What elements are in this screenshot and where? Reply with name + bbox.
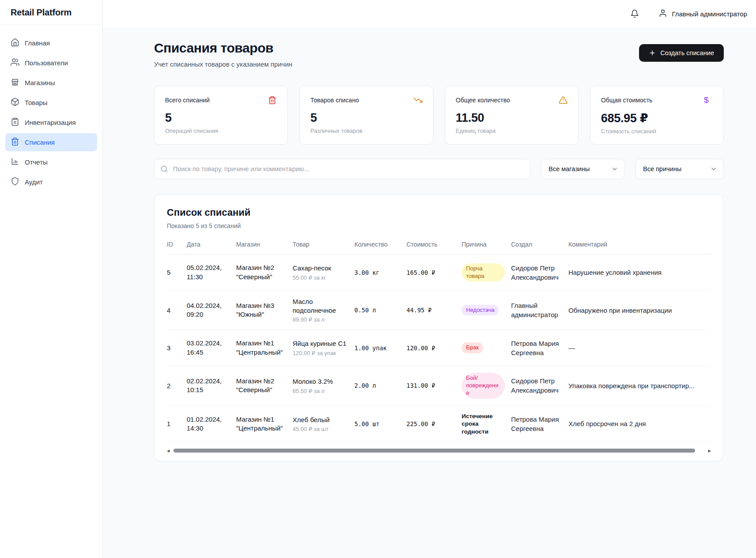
col-header-product: Товар [293,241,354,248]
cell-store: Магазин №2 "Северный" [236,263,293,281]
product-name: Хлеб белый [293,416,348,424]
cell-cost: 120.00 ₽ [406,345,462,352]
product-name: Сахар-песок [293,264,348,273]
topbar: Главный администратор [103,0,756,27]
col-header-quantity: Количество [354,241,406,248]
stat-sub: Различных товаров [310,127,422,134]
product-unit-price: 89.90 ₽ за л [293,316,348,323]
cell-creator: Сидоров Петр Александрович [511,376,568,395]
sidebar-item-users[interactable]: Пользователи [5,54,97,72]
sidebar-item-label: Списания [25,139,55,146]
table-hscrollbar: ◂ ▸ [167,447,711,454]
sidebar-item-label: Магазины [25,79,55,86]
user-name: Главный администратор [672,10,747,18]
bar-chart-icon [11,157,19,167]
cell-id: 3 [167,344,187,352]
scroll-right-arrow-icon[interactable]: ▸ [708,448,711,453]
cell-reason: Недостача [462,305,511,316]
table-row: 1 01.02.2024, 14:30 Магазин №1 "Централь… [167,406,711,443]
trash-icon [268,96,277,105]
stat-card-total-writeoffs: Всего списаний 5 Операций списания [154,86,288,145]
reason-badge: Брак [462,342,483,353]
stat-value: 5 [310,111,422,125]
stat-sub: Стоимость списаний [601,128,713,135]
sidebar-item-stores[interactable]: Магазины [5,74,97,92]
stat-label: Всего списаний [165,97,210,104]
cell-id: 2 [167,382,187,389]
users-icon [11,58,19,68]
cell-comment: Хлеб просрочен на 2 дня [568,419,711,428]
reasons-filter-select[interactable]: Все причины [636,159,724,179]
reason-badge: Недостача [462,305,499,316]
scrollbar-thumb[interactable] [173,449,695,453]
col-header-date: Дата [187,241,236,248]
table-title: Список списаний [167,207,711,218]
cell-product: Яйца куриные С1 120.00 ₽ за упак [293,339,354,356]
cell-creator: Главный администратор [511,301,568,319]
writeoffs-table-card: Список списаний Показано 5 из 5 списаний… [154,194,724,461]
main-area: Главный администратор Списания товаров У… [103,0,756,558]
sidebar-item-label: Пользователи [25,59,68,67]
cell-product: Хлеб белый 45.00 ₽ за шт [293,416,354,433]
sidebar-item-audit[interactable]: Аудит [5,173,97,191]
cell-quantity: 5.00 шт [354,420,406,427]
col-header-cost: Стоимость [406,241,462,248]
cell-id: 5 [167,269,187,276]
dollar-icon: $ [704,96,713,105]
sidebar-item-reports[interactable]: Отчеты [5,153,97,171]
cell-cost: 131.00 ₽ [406,382,462,389]
user-menu[interactable]: Главный администратор [658,9,747,19]
stats-row: Всего списаний 5 Операций списания Товар… [154,86,724,145]
cell-quantity: 1.00 упак [354,345,406,352]
cell-date: 03.02.2024, 16:45 [187,339,236,357]
product-name: Молоко 3.2% [293,377,348,386]
cell-date: 02.02.2024, 10:15 [187,377,236,395]
cell-quantity: 0.50 л [354,307,406,314]
create-writeoff-label: Создать списание [660,49,714,56]
bell-icon[interactable] [630,9,639,18]
sidebar-item-products[interactable]: Товары [5,94,97,112]
package-icon [11,97,19,108]
cell-reason: Истечение срока годности [462,412,511,436]
cell-reason: Порча товара [462,263,511,282]
sidebar: Retail Platform Главная Пользователи Маг… [0,0,103,558]
stat-label: Товаров списано [310,97,359,104]
cell-date: 04.02.2024, 09:20 [187,301,236,319]
chevron-down-icon [710,165,717,172]
page-content: Списания товаров Учет списанных товаров … [103,27,756,479]
sidebar-item-writeoffs[interactable]: Списания [5,133,97,151]
cell-product: Сахар-песок 55.00 ₽ за кг [293,264,354,281]
stat-value: 685.95 ₽ [601,111,713,125]
cell-comment: Обнаружено при инвентаризации [568,306,711,315]
scroll-left-arrow-icon[interactable]: ◂ [167,448,170,453]
create-writeoff-button[interactable]: Создать списание [639,44,724,62]
cell-id: 1 [167,420,187,427]
stores-filter-value: Все магазины [549,165,590,172]
cell-store: Магазин №1 "Центральный" [236,415,293,433]
cell-store: Магазин №1 "Центральный" [236,339,293,357]
stat-card-total-cost: Общая стоимость $ 685.95 ₽ Стоимость спи… [590,86,724,145]
sidebar-item-home[interactable]: Главная [5,34,97,52]
cell-product: Молоко 3.2% 65.50 ₽ за л [293,377,354,394]
cell-store: Магазин №2 "Северный" [236,377,293,395]
sidebar-item-label: Отчеты [25,158,48,166]
scrollbar-track[interactable] [173,449,705,453]
stat-card-total-quantity: Общее количество 11.50 Единиц товара [445,86,579,145]
sidebar-item-inventory[interactable]: Инвентаризация [5,113,97,131]
trending-down-icon [414,96,422,105]
product-unit-price: 65.50 ₽ за л [293,388,348,394]
cell-reason: Брак [462,342,511,353]
cell-quantity: 3.00 кг [354,269,406,276]
page-title: Списания товаров [154,41,292,56]
col-header-id: ID [167,241,187,248]
search-box [154,159,530,179]
col-header-comment: Комментарий [568,241,711,248]
sidebar-item-label: Главная [25,39,50,47]
stores-filter-select[interactable]: Все магазины [541,159,625,179]
table-row: 5 05.02.2024, 11:30 Магазин №2 "Северный… [167,255,711,291]
sidebar-item-label: Инвентаризация [25,119,76,126]
sidebar-item-label: Аудит [25,178,43,186]
trash-icon [11,137,19,147]
search-input[interactable] [154,159,530,179]
cell-date: 01.02.2024, 14:30 [187,415,236,433]
